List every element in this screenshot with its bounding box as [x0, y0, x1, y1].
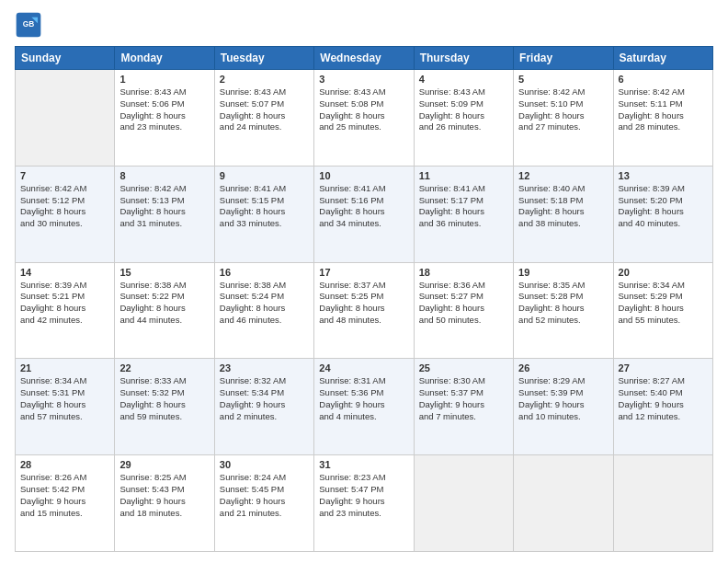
- calendar-cell: [414, 455, 513, 552]
- calendar-cell: 31Sunrise: 8:23 AM Sunset: 5:47 PM Dayli…: [314, 455, 414, 552]
- column-header-tuesday: Tuesday: [214, 47, 313, 70]
- calendar-cell: 3Sunrise: 8:43 AM Sunset: 5:08 PM Daylig…: [314, 70, 414, 167]
- calendar-cell: 29Sunrise: 8:25 AM Sunset: 5:43 PM Dayli…: [115, 455, 214, 552]
- calendar-cell: 18Sunrise: 8:36 AM Sunset: 5:27 PM Dayli…: [414, 262, 513, 359]
- svg-text:GB: GB: [23, 19, 35, 29]
- day-info: Sunrise: 8:25 AM Sunset: 5:43 PM Dayligh…: [119, 472, 209, 519]
- day-info: Sunrise: 8:42 AM Sunset: 5:10 PM Dayligh…: [518, 86, 608, 133]
- calendar-cell: 4Sunrise: 8:43 AM Sunset: 5:09 PM Daylig…: [414, 70, 513, 167]
- day-info: Sunrise: 8:31 AM Sunset: 5:36 PM Dayligh…: [319, 375, 408, 422]
- day-number: 10: [319, 170, 408, 181]
- calendar-cell: 6Sunrise: 8:42 AM Sunset: 5:11 PM Daylig…: [613, 70, 712, 167]
- calendar-cell: 19Sunrise: 8:35 AM Sunset: 5:28 PM Dayli…: [514, 262, 613, 359]
- day-number: 16: [220, 267, 309, 278]
- day-info: Sunrise: 8:39 AM Sunset: 5:21 PM Dayligh…: [20, 280, 109, 327]
- day-info: Sunrise: 8:41 AM Sunset: 5:17 PM Dayligh…: [419, 183, 508, 230]
- calendar-cell: 2Sunrise: 8:43 AM Sunset: 5:07 PM Daylig…: [214, 70, 313, 167]
- calendar-cell: 9Sunrise: 8:41 AM Sunset: 5:15 PM Daylig…: [214, 166, 313, 262]
- day-number: 27: [619, 362, 708, 373]
- column-header-monday: Monday: [115, 47, 214, 70]
- calendar-cell: 17Sunrise: 8:37 AM Sunset: 5:25 PM Dayli…: [314, 262, 414, 359]
- day-info: Sunrise: 8:29 AM Sunset: 5:39 PM Dayligh…: [518, 375, 608, 422]
- day-number: 4: [419, 74, 508, 85]
- day-number: 8: [119, 170, 209, 181]
- day-number: 28: [20, 459, 109, 470]
- calendar-cell: 26Sunrise: 8:29 AM Sunset: 5:39 PM Dayli…: [514, 359, 613, 455]
- day-number: 5: [518, 74, 608, 85]
- week-row-1: 1Sunrise: 8:43 AM Sunset: 5:06 PM Daylig…: [16, 70, 713, 167]
- day-number: 18: [419, 267, 508, 278]
- day-number: 1: [119, 74, 209, 85]
- day-info: Sunrise: 8:43 AM Sunset: 5:06 PM Dayligh…: [119, 86, 209, 133]
- calendar-header-row: SundayMondayTuesdayWednesdayThursdayFrid…: [16, 47, 713, 70]
- day-info: Sunrise: 8:41 AM Sunset: 5:16 PM Dayligh…: [319, 183, 408, 230]
- day-number: 21: [20, 362, 109, 373]
- page: GB SundayMondayTuesdayWednesdayThursdayF…: [0, 0, 728, 563]
- day-number: 11: [419, 170, 508, 181]
- calendar-cell: 21Sunrise: 8:34 AM Sunset: 5:31 PM Dayli…: [16, 359, 115, 455]
- day-info: Sunrise: 8:38 AM Sunset: 5:22 PM Dayligh…: [119, 280, 209, 327]
- day-number: 26: [518, 362, 608, 373]
- day-info: Sunrise: 8:39 AM Sunset: 5:20 PM Dayligh…: [619, 183, 708, 230]
- day-info: Sunrise: 8:34 AM Sunset: 5:31 PM Dayligh…: [20, 375, 109, 422]
- calendar-cell: 1Sunrise: 8:43 AM Sunset: 5:06 PM Daylig…: [115, 70, 214, 167]
- day-info: Sunrise: 8:27 AM Sunset: 5:40 PM Dayligh…: [619, 375, 708, 422]
- calendar-cell: [514, 455, 613, 552]
- calendar-cell: 5Sunrise: 8:42 AM Sunset: 5:10 PM Daylig…: [514, 70, 613, 167]
- day-number: 31: [319, 459, 408, 470]
- calendar-cell: 8Sunrise: 8:42 AM Sunset: 5:13 PM Daylig…: [115, 166, 214, 262]
- column-header-wednesday: Wednesday: [314, 47, 414, 70]
- calendar-cell: 24Sunrise: 8:31 AM Sunset: 5:36 PM Dayli…: [314, 359, 414, 455]
- day-info: Sunrise: 8:36 AM Sunset: 5:27 PM Dayligh…: [419, 280, 508, 327]
- calendar-cell: 14Sunrise: 8:39 AM Sunset: 5:21 PM Dayli…: [16, 262, 115, 359]
- day-number: 19: [518, 267, 608, 278]
- calendar-cell: 16Sunrise: 8:38 AM Sunset: 5:24 PM Dayli…: [214, 262, 313, 359]
- calendar-body: 1Sunrise: 8:43 AM Sunset: 5:06 PM Daylig…: [16, 70, 713, 552]
- calendar-cell: 30Sunrise: 8:24 AM Sunset: 5:45 PM Dayli…: [214, 455, 313, 552]
- day-info: Sunrise: 8:40 AM Sunset: 5:18 PM Dayligh…: [518, 183, 608, 230]
- calendar-cell: 15Sunrise: 8:38 AM Sunset: 5:22 PM Dayli…: [115, 262, 214, 359]
- calendar-cell: 7Sunrise: 8:42 AM Sunset: 5:12 PM Daylig…: [16, 166, 115, 262]
- column-header-friday: Friday: [514, 47, 613, 70]
- calendar-cell: 20Sunrise: 8:34 AM Sunset: 5:29 PM Dayli…: [613, 262, 712, 359]
- day-number: 14: [20, 267, 109, 278]
- column-header-sunday: Sunday: [16, 47, 115, 70]
- week-row-4: 21Sunrise: 8:34 AM Sunset: 5:31 PM Dayli…: [16, 359, 713, 455]
- week-row-3: 14Sunrise: 8:39 AM Sunset: 5:21 PM Dayli…: [16, 262, 713, 359]
- day-number: 17: [319, 267, 408, 278]
- day-info: Sunrise: 8:23 AM Sunset: 5:47 PM Dayligh…: [319, 472, 408, 519]
- day-number: 12: [518, 170, 608, 181]
- calendar-cell: 11Sunrise: 8:41 AM Sunset: 5:17 PM Dayli…: [414, 166, 513, 262]
- column-header-saturday: Saturday: [613, 47, 712, 70]
- day-info: Sunrise: 8:43 AM Sunset: 5:07 PM Dayligh…: [220, 86, 309, 133]
- day-info: Sunrise: 8:26 AM Sunset: 5:42 PM Dayligh…: [20, 472, 109, 519]
- day-info: Sunrise: 8:30 AM Sunset: 5:37 PM Dayligh…: [419, 375, 508, 422]
- logo-icon: GB: [15, 11, 42, 39]
- day-number: 25: [419, 362, 508, 373]
- day-info: Sunrise: 8:33 AM Sunset: 5:32 PM Dayligh…: [119, 375, 209, 422]
- day-info: Sunrise: 8:43 AM Sunset: 5:08 PM Dayligh…: [319, 86, 408, 133]
- column-header-thursday: Thursday: [414, 47, 513, 70]
- day-info: Sunrise: 8:24 AM Sunset: 5:45 PM Dayligh…: [220, 472, 309, 519]
- day-number: 6: [619, 74, 708, 85]
- day-info: Sunrise: 8:38 AM Sunset: 5:24 PM Dayligh…: [220, 280, 309, 327]
- calendar-cell: 13Sunrise: 8:39 AM Sunset: 5:20 PM Dayli…: [613, 166, 712, 262]
- day-number: 23: [220, 362, 309, 373]
- day-info: Sunrise: 8:35 AM Sunset: 5:28 PM Dayligh…: [518, 280, 608, 327]
- day-info: Sunrise: 8:37 AM Sunset: 5:25 PM Dayligh…: [319, 280, 408, 327]
- calendar: SundayMondayTuesdayWednesdayThursdayFrid…: [15, 46, 713, 552]
- day-number: 24: [319, 362, 408, 373]
- calendar-cell: 10Sunrise: 8:41 AM Sunset: 5:16 PM Dayli…: [314, 166, 414, 262]
- day-number: 22: [119, 362, 209, 373]
- calendar-cell: 27Sunrise: 8:27 AM Sunset: 5:40 PM Dayli…: [613, 359, 712, 455]
- day-info: Sunrise: 8:42 AM Sunset: 5:12 PM Dayligh…: [20, 183, 109, 230]
- day-info: Sunrise: 8:34 AM Sunset: 5:29 PM Dayligh…: [619, 280, 708, 327]
- header: GB: [15, 11, 713, 39]
- day-number: 2: [220, 74, 309, 85]
- day-info: Sunrise: 8:41 AM Sunset: 5:15 PM Dayligh…: [220, 183, 309, 230]
- day-number: 20: [619, 267, 708, 278]
- day-info: Sunrise: 8:42 AM Sunset: 5:11 PM Dayligh…: [619, 86, 708, 133]
- day-number: 30: [220, 459, 309, 470]
- calendar-cell: 25Sunrise: 8:30 AM Sunset: 5:37 PM Dayli…: [414, 359, 513, 455]
- week-row-5: 28Sunrise: 8:26 AM Sunset: 5:42 PM Dayli…: [16, 455, 713, 552]
